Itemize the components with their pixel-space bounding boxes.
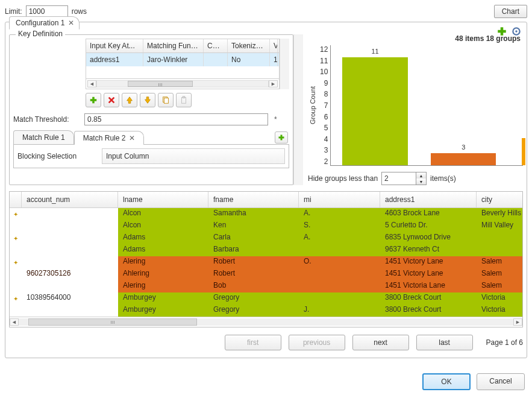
table-row[interactable]: AlconKenS.5 Curletto Dr.Mill Valley xyxy=(10,220,522,232)
paste-button[interactable] xyxy=(176,93,192,107)
results-table[interactable]: account_num lname fname mi address1 city… xyxy=(9,191,523,327)
svg-point-3 xyxy=(515,30,517,32)
group-marker-icon: ✦ xyxy=(10,256,22,268)
col-input-key[interactable]: Input Key At... xyxy=(86,39,143,52)
chart-bar-3 xyxy=(522,138,525,165)
blocking-selection-label: Blocking Selection xyxy=(17,148,96,160)
spinner-down-icon[interactable]: ▼ xyxy=(416,179,426,185)
first-button[interactable]: first xyxy=(225,335,281,350)
group-marker-icon xyxy=(10,305,22,317)
scroll-left-icon[interactable]: ◄ xyxy=(87,80,96,87)
delete-key-button[interactable] xyxy=(104,93,119,107)
threshold-label: Match Threshold: xyxy=(13,115,78,124)
chart-bar-1: 11 xyxy=(342,57,407,165)
col-matching-func[interactable]: Matching Func... xyxy=(143,39,204,52)
cancel-button[interactable]: Cancel xyxy=(477,373,525,390)
key-table-vscroll[interactable] xyxy=(280,39,289,89)
svg-rect-5 xyxy=(90,99,97,101)
move-down-button[interactable] xyxy=(140,93,155,107)
group-marker-icon xyxy=(10,268,22,280)
col-tokenize[interactable]: Tokenize... xyxy=(228,39,270,52)
group-marker-icon xyxy=(10,280,22,292)
group-count-chart: Group Count 12111098765432 11 3 xyxy=(308,45,523,166)
svg-rect-13 xyxy=(279,136,284,138)
move-up-button[interactable] xyxy=(122,93,137,107)
close-icon[interactable]: ✕ xyxy=(68,19,74,27)
table-row[interactable]: ✦AlconSamanthaA.4603 Brock LaneBeverly H… xyxy=(10,208,522,220)
close-icon[interactable]: ✕ xyxy=(129,134,135,142)
threshold-input[interactable] xyxy=(84,113,268,125)
svg-rect-1 xyxy=(498,30,506,33)
chart-bar-2: 3 xyxy=(431,153,496,165)
svg-rect-10 xyxy=(182,98,186,104)
chart-button[interactable]: Chart xyxy=(494,5,527,18)
col-mi[interactable]: mi xyxy=(299,192,380,207)
chart-summary: 48 items 18 groups xyxy=(308,34,523,45)
limit-label: Limit: xyxy=(5,7,22,16)
col-fname[interactable]: fname xyxy=(208,192,299,207)
spinner-up-icon[interactable]: ▲ xyxy=(416,172,426,179)
results-hscroll[interactable]: ◄ ııı ► xyxy=(10,317,522,327)
tab-match-rule-2[interactable]: Match Rule 2✕ xyxy=(74,131,145,145)
table-row[interactable]: 96027305126AhleringRobert1451 Victory La… xyxy=(10,268,522,280)
col-lname[interactable]: lname xyxy=(118,192,208,207)
key-table-row[interactable]: address1 Jaro-Winkler No 1 xyxy=(86,53,279,66)
next-button[interactable]: next xyxy=(352,335,409,350)
config-tab-label: Configuration 1 xyxy=(16,19,64,27)
input-column-field[interactable]: Input Column xyxy=(102,148,285,164)
hide-groups-label: Hide groups less than xyxy=(308,174,378,183)
col-city[interactable]: city xyxy=(477,192,522,207)
required-star: * xyxy=(274,115,277,124)
tab-configuration-1[interactable]: Configuration 1 ✕ xyxy=(9,16,80,30)
table-row[interactable]: ✦10389564000AmburgeyGregory3800 Breck Co… xyxy=(10,292,522,305)
add-key-button[interactable] xyxy=(86,93,101,107)
group-marker-icon: ✦ xyxy=(10,232,22,244)
tab-match-rule-1[interactable]: Match Rule 1 xyxy=(13,130,74,144)
group-marker-icon: ✦ xyxy=(10,208,22,220)
col-account-num[interactable]: account_num xyxy=(22,192,118,207)
limit-unit: rows xyxy=(72,7,87,16)
svg-rect-11 xyxy=(183,96,185,98)
last-button[interactable]: last xyxy=(416,335,473,350)
left-panel-vscroll[interactable] xyxy=(293,34,303,185)
scroll-right-icon[interactable]: ► xyxy=(513,318,522,326)
table-row[interactable]: AmburgeyGregoryJ.3800 Breck CourtVictori… xyxy=(10,305,522,317)
scroll-thumb[interactable]: ııı xyxy=(28,318,196,326)
table-row[interactable]: ✦AleringRobertO.1451 Victory LaneSalem xyxy=(10,256,522,268)
hide-groups-suffix: items(s) xyxy=(430,174,456,183)
col-address1[interactable]: address1 xyxy=(380,192,477,207)
limit-input[interactable] xyxy=(26,5,68,17)
key-table-hscroll[interactable]: ◄ ııı ► xyxy=(86,78,279,89)
hide-groups-value[interactable] xyxy=(382,172,416,185)
previous-button[interactable]: previous xyxy=(289,335,345,350)
scroll-left-icon[interactable]: ◄ xyxy=(10,318,19,326)
group-marker-icon xyxy=(10,244,22,256)
chart-y-axis: 12111098765432 xyxy=(318,45,330,166)
scroll-right-icon[interactable]: ► xyxy=(269,80,278,87)
scroll-thumb[interactable]: ııı xyxy=(128,81,193,87)
chart-ylabel: Group Count xyxy=(308,45,318,166)
svg-rect-9 xyxy=(164,98,168,104)
col-v[interactable]: V xyxy=(270,39,278,52)
group-marker-icon: ✦ xyxy=(10,292,22,305)
ok-button[interactable]: OK xyxy=(422,373,471,390)
add-config-icon[interactable] xyxy=(496,26,507,37)
page-info: Page 1 of 6 xyxy=(486,338,523,347)
key-table[interactable]: Input Key At... Matching Func... Cus... … xyxy=(86,39,280,89)
add-rule-button[interactable] xyxy=(275,131,288,144)
gear-icon[interactable] xyxy=(511,26,522,37)
col-cus[interactable]: Cus... xyxy=(204,39,228,52)
key-definition-title: Key Definition xyxy=(16,30,65,38)
hide-groups-spinner[interactable]: ▲ ▼ xyxy=(381,172,427,185)
table-row[interactable]: ✦AdamsCarlaA.6835 Lynwood Drive xyxy=(10,232,522,244)
table-row[interactable]: AleringBob1451 Victoria LaneSalem xyxy=(10,280,522,292)
copy-button[interactable] xyxy=(158,93,174,107)
table-row[interactable]: AdamsBarbara9637 Kenneth Ct xyxy=(10,244,522,256)
group-marker-icon xyxy=(10,220,22,232)
